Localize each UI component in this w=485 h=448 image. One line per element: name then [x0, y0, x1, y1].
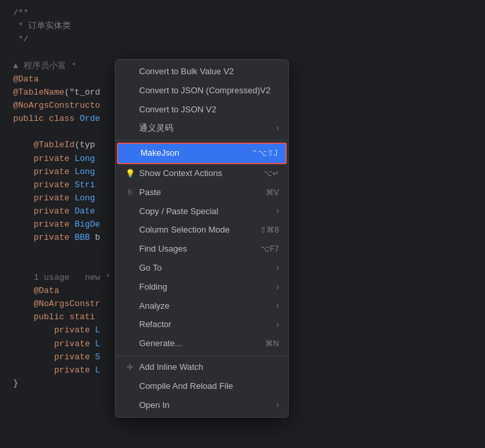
- menu-item-label: Analyze: [139, 300, 276, 313]
- menu-item-show-context[interactable]: 💡 Show Context Actions ⌥↵: [116, 164, 288, 183]
- menu-item-label: Find Usages: [139, 242, 254, 256]
- menu-item-label: Generate...: [139, 337, 259, 351]
- paste-icon: ⎘: [125, 187, 135, 198]
- column-selection-shortcut: ⇧⌘8: [260, 224, 279, 236]
- menu-item-open-in[interactable]: Open In ›: [116, 396, 288, 415]
- makejson-shortcut: ⌃⌥⇧J: [251, 147, 278, 160]
- folding-arrow-icon: ›: [276, 281, 279, 294]
- menu-item-label: Folding: [139, 280, 276, 294]
- menu-item-label: Compile And Reload File: [139, 380, 279, 393]
- code-line: /**: [13, 7, 472, 20]
- menu-item-tongyi[interactable]: 通义灵码 ›: [116, 119, 288, 138]
- menu-item-label: MakeJson: [140, 146, 245, 160]
- menu-item-label: Open In: [139, 399, 276, 413]
- menu-item-label: Add Inline Watch: [139, 361, 279, 374]
- menu-item-label: Convert to Bulk Value V2: [139, 65, 279, 79]
- menu-item-convert-json-compressed[interactable]: Convert to JSON (Compressed)V2: [116, 81, 288, 101]
- menu-item-compile-reload[interactable]: Compile And Reload File: [116, 377, 288, 396]
- context-menu: Convert to Bulk Value V2 Convert to JSON…: [115, 59, 289, 418]
- menu-item-label: Show Context Actions: [139, 167, 257, 181]
- refactor-arrow-icon: ›: [276, 319, 279, 331]
- menu-item-label: Refactor: [139, 318, 276, 332]
- add-inline-watch-icon: ✛: [125, 361, 135, 374]
- menu-item-generate[interactable]: Generate... ⌘N: [116, 334, 288, 353]
- menu-item-folding[interactable]: Folding ›: [116, 278, 288, 297]
- show-context-icon: 💡: [125, 168, 135, 180]
- menu-item-copy-paste-special[interactable]: Copy / Paste Special ›: [116, 202, 288, 221]
- menu-item-convert-bulk[interactable]: Convert to Bulk Value V2: [116, 62, 288, 81]
- code-line: * 订单实体类: [13, 20, 472, 33]
- menu-item-convert-json[interactable]: Convert to JSON V2: [116, 101, 288, 120]
- copy-paste-arrow-icon: ›: [276, 205, 279, 217]
- menu-item-analyze[interactable]: Analyze ›: [116, 297, 288, 316]
- menu-item-label: 通义灵码: [139, 122, 276, 135]
- menu-item-label: Paste: [139, 186, 259, 200]
- find-usages-shortcut: ⌥F7: [261, 243, 279, 256]
- menu-item-makejson[interactable]: MakeJson ⌃⌥⇧J: [117, 143, 287, 164]
- menu-item-refactor[interactable]: Refactor ›: [116, 315, 288, 334]
- menu-separator-2: [116, 355, 288, 356]
- code-line: */: [13, 33, 472, 46]
- menu-item-paste[interactable]: ⎘ Paste ⌘V: [116, 183, 288, 202]
- paste-shortcut: ⌘V: [266, 187, 279, 199]
- analyze-arrow-icon: ›: [276, 300, 279, 312]
- menu-item-label: Convert to JSON (Compressed)V2: [139, 84, 279, 98]
- menu-separator-1: [116, 140, 288, 141]
- menu-item-label: Convert to JSON V2: [139, 103, 279, 117]
- goto-arrow-icon: ›: [276, 262, 279, 275]
- menu-item-label: Copy / Paste Special: [139, 205, 276, 219]
- show-context-shortcut: ⌥↵: [263, 168, 279, 180]
- tongyi-arrow-icon: ›: [276, 122, 279, 135]
- menu-item-column-selection[interactable]: Column Selection Mode ⇧⌘8: [116, 221, 288, 240]
- menu-item-label: Column Selection Mode: [139, 223, 253, 237]
- code-line: [13, 46, 472, 59]
- menu-item-label: Go To: [139, 261, 276, 275]
- menu-item-goto[interactable]: Go To ›: [116, 259, 288, 278]
- open-in-arrow-icon: ›: [276, 399, 279, 411]
- menu-item-find-usages[interactable]: Find Usages ⌥F7: [116, 240, 288, 259]
- menu-item-add-inline-watch[interactable]: ✛ Add Inline Watch: [116, 358, 288, 377]
- generate-shortcut: ⌘N: [265, 338, 279, 350]
